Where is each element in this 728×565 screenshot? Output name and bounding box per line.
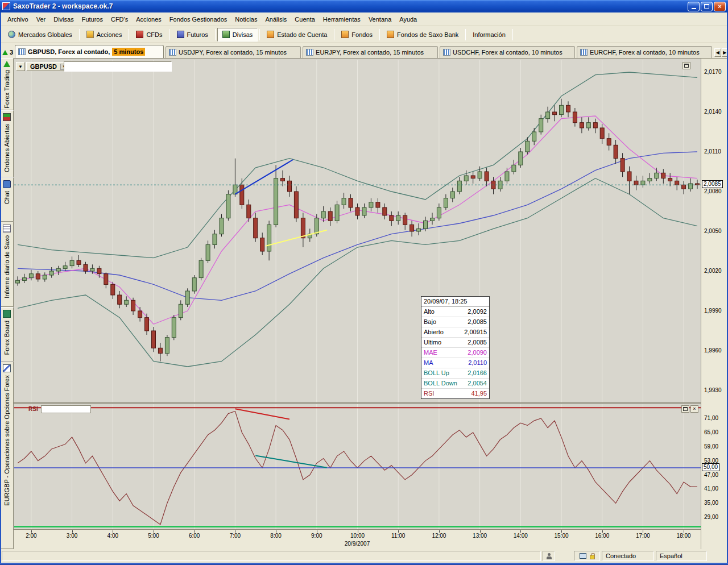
computer-icon (580, 553, 586, 559)
toolbar-separator (334, 29, 334, 40)
window-left-edge (0, 13, 1, 563)
menu-bar: ArchivoVerDivisasFuturosCFD'sAccionesFon… (0, 13, 728, 26)
account-icon (267, 31, 274, 38)
price-tick-label: 2,0170 (704, 69, 722, 75)
tooltip-row-boll-down: BOLL Down2,0054 (421, 378, 489, 388)
status-user-panel[interactable] (543, 551, 555, 561)
rsi-tick-label: 71,00 (704, 415, 718, 421)
chart-tab-usdchf-forex-al-contado-10-minutos[interactable]: USDCHF, Forex al contado, 10 minutos (440, 46, 575, 58)
sidebar-item-informe-diario-de-saxo[interactable]: Informe diario de Saxo (0, 222, 14, 307)
menu-herramientas[interactable]: Herramientas (319, 14, 365, 25)
tooltip-row-value: 2,0085 (468, 318, 487, 326)
sidebar-label: Chat (3, 191, 10, 204)
toolbar-button-divisas[interactable]: Divisas (217, 28, 258, 41)
tooltip-row-value: 41,95 (471, 389, 487, 398)
menu-acciones[interactable]: Acciones (132, 14, 166, 25)
time-label: 10:00 (350, 533, 365, 539)
time-label: 13:00 (473, 533, 487, 539)
menu-futuros[interactable]: Futuros (78, 14, 107, 25)
rsi-tick-label: 29,00 (704, 514, 718, 520)
price-axis: 2,01702,01402,01102,00802,00502,00201,99… (701, 59, 728, 549)
toolbar-button-cfds[interactable]: CFDs (131, 28, 167, 41)
price-chart[interactable] (14, 60, 701, 402)
chart-tab-usdjpy-forex-al-contado-15-minutos[interactable]: USDJPY, Forex al contado, 15 minutos (166, 46, 301, 58)
toolbar-button-acciones[interactable]: Acciones (81, 28, 127, 41)
tooltip-row-value: 2,0090 (468, 348, 487, 357)
menu-ayuda[interactable]: Ayuda (395, 14, 421, 25)
toolbar-separator (512, 29, 513, 40)
chart-tab-gbpusd-forex-al-contado-5-minutos[interactable]: GBPUSD, Forex al contado, 5 minutos (15, 45, 164, 58)
tooltip-row-boll-up: BOLL Up2,0166 (421, 368, 489, 378)
tab-overflow-count: 3 (10, 49, 13, 56)
app-icon (2, 2, 10, 10)
saxo-funds-icon (387, 31, 394, 38)
sidebar-item-forex-trading[interactable]: Forex Trading (0, 58, 14, 110)
menu-noticias[interactable]: Noticias (231, 14, 261, 25)
connection-status: Conectado (602, 551, 654, 561)
minimize-button[interactable] (688, 2, 700, 11)
toolbar-separator (129, 29, 129, 40)
chat-icon (3, 180, 11, 188)
maximize-button[interactable] (701, 2, 713, 11)
tooltip-row-label: Alto (424, 308, 435, 316)
lock-icon (590, 555, 595, 559)
rsi-chart[interactable] (14, 404, 701, 529)
candlestick-chart-icon (580, 49, 588, 56)
tooltip-row-bajo: Bajo2,0085 (421, 317, 489, 327)
open-orders-icon (3, 113, 11, 121)
time-label: 11:00 (391, 533, 405, 539)
data-window-tooltip[interactable]: 20/09/07, 18:25 Alto2,0092Bajo2,0085Abie… (421, 296, 490, 399)
menu-ventana[interactable]: Ventana (365, 14, 395, 25)
close-button[interactable]: × (714, 2, 726, 11)
toolbar-button-mercados-globales[interactable]: Mercados Globales (3, 28, 77, 41)
toolbar-button-informaci-n[interactable]: Información (468, 28, 510, 41)
forex-board-icon (3, 310, 11, 318)
menu-an-lisis[interactable]: Análisis (261, 14, 291, 25)
tab-scroll-left-button[interactable]: ◀ (714, 48, 721, 57)
title-bar: SaxoTrader 2 - workspace.ok.7 × (0, 0, 728, 13)
sidebar-label: Forex Board (3, 321, 10, 355)
menu-divisas[interactable]: Divisas (49, 14, 77, 25)
toolbar-button-fondos[interactable]: Fondos (336, 28, 378, 41)
toolbar-button-futuros[interactable]: Futuros (172, 28, 213, 41)
toolbar-label: Mercados Globales (18, 31, 72, 38)
toolbar-label: Estado de Cuenta (277, 31, 327, 38)
language-indicator: Español (656, 551, 707, 561)
menu-archivo[interactable]: Archivo (3, 14, 32, 25)
status-connection-icons (574, 551, 600, 561)
toolbar-separator (259, 29, 260, 40)
symbol-search-input[interactable] (64, 61, 172, 72)
sidebar-label: Informe diario de Saxo (3, 235, 10, 298)
tooltip-row-value: 2,00915 (464, 328, 487, 336)
tooltip-row-ma: MA2,0110 (421, 358, 489, 368)
price-panel-restore-button[interactable] (682, 62, 690, 69)
menu-fondos-gestionados[interactable]: Fondos Gestionados (166, 14, 231, 25)
rsi-panel-close-button[interactable]: × (690, 405, 698, 413)
sidebar-item-chat[interactable]: Chat (0, 177, 14, 222)
sidebar-item-eurgbp-operaciones-sobre-opciones-forex[interactable]: EURGBP - Operaciones sobre Opciones Fore… (0, 362, 14, 549)
tooltip-row-label: MA (424, 359, 433, 367)
chart-tab-eurchf-forex-al-contado-10-minutos[interactable]: EURCHF, Forex al contado, 10 minutos (577, 46, 712, 58)
menu-cfd-s[interactable]: CFD's (107, 14, 132, 25)
rsi-panel-restore-button[interactable] (681, 405, 689, 413)
user-icon (547, 553, 552, 559)
time-label: 7:00 (230, 533, 241, 539)
menu-cuenta[interactable]: Cuenta (291, 14, 318, 25)
price-tick-label: 2,0050 (704, 228, 722, 234)
funds-icon (341, 31, 349, 38)
maximize-icon (704, 4, 709, 9)
rsi-input-box[interactable] (41, 405, 91, 413)
toolbar-button-estado-de-cuenta[interactable]: Estado de Cuenta (262, 28, 332, 41)
menu-ver[interactable]: Ver (32, 14, 50, 25)
rsi-tick-label: 35,00 (704, 500, 718, 506)
toolbar-button-fondos-de-saxo-bank[interactable]: Fondos de Saxo Bank (382, 28, 464, 41)
tab-overflow-indicator[interactable]: 3 (1, 47, 15, 58)
sidebar-item-ordenes-abiertas[interactable]: Ordenes Abiertas (0, 110, 14, 177)
daily-report-icon (3, 225, 11, 232)
tooltip-row-label: RSI (424, 389, 434, 398)
sidebar-item-forex-board[interactable]: Forex Board (0, 307, 14, 362)
window-title: SaxoTrader 2 - workspace.ok.7 (13, 2, 113, 10)
toolbar-separator (379, 29, 380, 40)
chart-tool-dropdown[interactable]: ▼ (16, 62, 25, 71)
chart-tab-eurjpy-forex-al-contado-15-minutos[interactable]: EURJPY, Forex al contado, 15 minutos (303, 46, 438, 58)
